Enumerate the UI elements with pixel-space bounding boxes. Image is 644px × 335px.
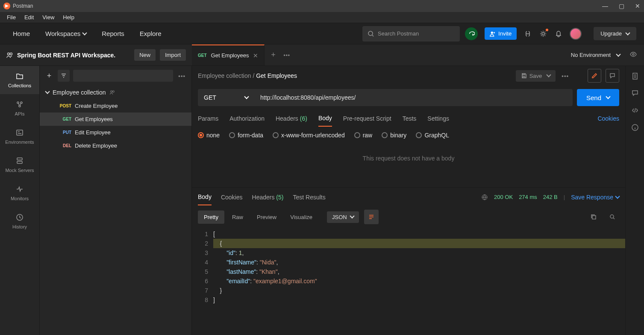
code-snippet-icon[interactable] <box>631 106 639 115</box>
titlebar: Postman — ▢ ✕ <box>0 0 644 12</box>
response-tab-cookies[interactable]: Cookies <box>221 190 243 205</box>
search-input[interactable]: Search Postman <box>362 26 460 42</box>
svg-rect-11 <box>17 161 22 163</box>
bell-icon[interactable] <box>554 30 563 38</box>
save-button[interactable]: Save <box>516 70 556 82</box>
nav-explore[interactable]: Explore <box>135 27 167 40</box>
request-item-get-employees[interactable]: GET Get Employees <box>40 113 191 126</box>
menu-file[interactable]: File <box>3 12 20 22</box>
radio-icon <box>382 132 388 138</box>
globe-icon[interactable] <box>481 194 488 201</box>
avatar[interactable] <box>570 28 582 40</box>
workspace-left: Spring Boot REST API Workspace. New Impo… <box>0 49 192 61</box>
environment-selector[interactable]: No Environment <box>565 52 626 58</box>
line-numbers: 12345678 <box>192 229 213 305</box>
find-icon[interactable] <box>606 210 619 224</box>
format-selector[interactable]: JSON <box>327 211 359 223</box>
response-body-editor[interactable]: 12345678 [ { "id": 1, "firstName": "Nida… <box>192 228 625 306</box>
copy-icon[interactable] <box>587 210 600 224</box>
tab-body[interactable]: Body <box>318 110 332 127</box>
tab-get-employees[interactable]: GET Get Employees ✕ <box>192 44 265 65</box>
upgrade-button[interactable]: Upgrade <box>594 27 636 40</box>
tab-add-button[interactable]: + <box>265 50 282 59</box>
response-time: 274 ms <box>519 194 537 200</box>
cookies-link[interactable]: Cookies <box>597 115 619 122</box>
request-more-icon[interactable]: ••• <box>560 73 570 79</box>
import-button[interactable]: Import <box>160 49 186 61</box>
svg-point-8 <box>19 105 21 107</box>
method-selector[interactable]: GET <box>198 89 254 106</box>
edit-icon[interactable] <box>588 69 601 83</box>
view-visualize[interactable]: Visualize <box>284 210 318 224</box>
response-tab-headers[interactable]: Headers (5) <box>252 190 284 205</box>
svg-point-5 <box>632 53 634 55</box>
comment-icon[interactable] <box>606 69 619 83</box>
close-icon[interactable]: ✕ <box>635 3 641 9</box>
svg-point-3 <box>8 53 10 55</box>
settings-icon[interactable] <box>539 30 547 38</box>
tab-close-icon[interactable]: ✕ <box>253 52 258 59</box>
info-icon[interactable] <box>631 123 639 132</box>
send-button[interactable]: Send <box>577 89 619 106</box>
breadcrumb-collection[interactable]: Employee collection <box>198 72 251 79</box>
tab-headers[interactable]: Headers (6) <box>276 111 307 126</box>
maximize-icon[interactable]: ▢ <box>618 3 624 9</box>
tab-authorization[interactable]: Authorization <box>229 111 265 126</box>
rail-mock-servers[interactable]: Mock Servers <box>0 151 39 179</box>
minimize-icon[interactable]: — <box>602 3 608 9</box>
save-response-button[interactable]: Save Response <box>571 194 619 201</box>
body-type-binary[interactable]: binary <box>382 132 406 139</box>
body-type-urlencoded[interactable]: x-www-form-urlencoded <box>273 132 345 139</box>
sidebar-filter-button[interactable] <box>58 70 70 82</box>
body-type-formdata[interactable]: form-data <box>229 132 263 139</box>
sidebar-add-button[interactable]: + <box>44 71 54 81</box>
body-type-graphql[interactable]: GraphQL <box>416 132 449 139</box>
sidebar-more-icon[interactable]: ••• <box>176 73 187 79</box>
content: Employee collection / Get Employees Save… <box>192 66 625 335</box>
capture-icon[interactable] <box>523 30 532 38</box>
menu-edit[interactable]: Edit <box>20 12 38 22</box>
tab-method: GET <box>198 53 207 58</box>
rail-apis[interactable]: APIs <box>0 94 39 122</box>
invite-button[interactable]: Invite <box>485 27 517 40</box>
sync-icon[interactable] <box>465 27 478 40</box>
breadcrumb-request: Get Employees <box>256 72 297 79</box>
nav-reports[interactable]: Reports <box>97 27 129 40</box>
request-item-delete-employee[interactable]: DEL Delete Employee <box>40 139 191 152</box>
tab-tests[interactable]: Tests <box>403 111 417 126</box>
eye-icon[interactable] <box>629 50 637 59</box>
view-pretty[interactable]: Pretty <box>198 210 224 224</box>
request-item-edit-employee[interactable]: PUT Edit Employee <box>40 126 191 139</box>
rail-collections[interactable]: Collections <box>0 66 39 94</box>
body-type-none[interactable]: none <box>198 132 220 139</box>
workspace-title[interactable]: Spring Boot REST API Workspace. <box>6 51 115 59</box>
new-button[interactable]: New <box>134 49 156 61</box>
tab-prerequest[interactable]: Pre-request Script <box>343 111 391 126</box>
tab-settings[interactable]: Settings <box>427 111 449 126</box>
menu-view[interactable]: View <box>38 12 59 22</box>
response-size: 242 B <box>543 194 558 200</box>
nav-workspaces[interactable]: Workspaces <box>40 27 91 40</box>
nav-home[interactable]: Home <box>8 27 35 40</box>
url-input[interactable] <box>254 89 573 106</box>
chevron-down-icon <box>625 30 630 35</box>
collection-item[interactable]: Employee collection <box>40 86 191 99</box>
request-item-create-employee[interactable]: POST Create Employee <box>40 99 191 113</box>
wrap-lines-icon[interactable] <box>364 210 379 224</box>
view-raw[interactable]: Raw <box>226 210 249 224</box>
response-tab-body[interactable]: Body <box>198 189 212 205</box>
docs-icon[interactable] <box>631 72 639 80</box>
body-type-raw[interactable]: raw <box>354 132 373 139</box>
rail-environments[interactable]: Environments <box>0 122 39 151</box>
tab-params[interactable]: Params <box>198 111 218 126</box>
people-icon <box>109 89 115 95</box>
response-tab-test-results[interactable]: Test Results <box>293 190 325 205</box>
svg-point-1 <box>491 31 493 33</box>
tabs-more-icon[interactable]: ••• <box>282 52 292 58</box>
comments-icon[interactable] <box>631 89 639 98</box>
rail-monitors[interactable]: Monitors <box>0 179 39 207</box>
rail-history[interactable]: History <box>0 207 39 235</box>
sidebar-search-input[interactable] <box>73 70 173 82</box>
menu-help[interactable]: Help <box>59 12 79 22</box>
view-preview[interactable]: Preview <box>251 210 282 224</box>
